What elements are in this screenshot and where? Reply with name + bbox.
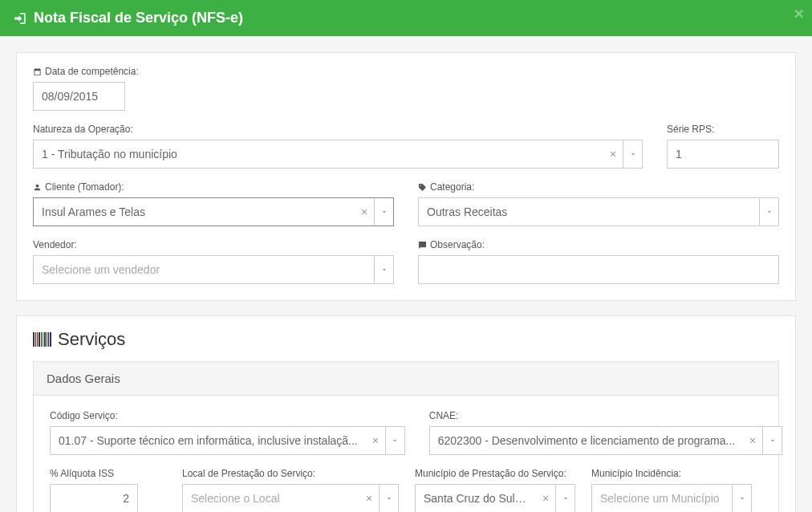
chevron-down-icon[interactable] <box>374 198 393 226</box>
field-municipio-incidencia: Município Incidência: Selecione um Munic… <box>591 468 752 512</box>
select-categoria[interactable]: Outras Receitas <box>418 197 779 226</box>
calendar-icon <box>33 67 42 76</box>
barcode-icon <box>33 332 51 347</box>
select-value: 01.07 - Suporte técnico em informática, … <box>51 434 366 447</box>
field-categoria: Categoria: Outras Receitas <box>418 181 779 226</box>
select-placeholder: Selecione o Local <box>183 492 359 505</box>
modal-header: Nota Fiscal de Serviço (NFS-e) ✕ <box>0 0 812 36</box>
select-vendedor[interactable]: Selecione um vendedor <box>33 255 394 284</box>
dados-gerais-panel: Dados Gerais Código Serviço: 01.07 - Sup… <box>33 361 779 512</box>
input-observacao[interactable] <box>418 255 779 284</box>
field-codigo-servico: Código Serviço: 01.07 - Suporte técnico … <box>50 410 405 455</box>
input-aliquota-iss[interactable] <box>50 484 138 512</box>
field-cnae: CNAE: 6202300 - Desenvolvimento e licenc… <box>429 410 782 455</box>
input-data-competencia[interactable] <box>33 82 125 111</box>
label-codigo-servico: Código Serviço: <box>50 410 405 421</box>
label-categoria: Categoria: <box>418 181 779 193</box>
field-natureza-operacao: Natureza da Operação: 1 - Tributação no … <box>33 124 643 169</box>
select-placeholder: Selecione um Município <box>592 492 732 505</box>
dados-gerais-title: Dados Gerais <box>34 362 778 396</box>
label-cliente: Cliente (Tomador): <box>33 181 394 193</box>
general-panel: Data de competência: Natureza da Operaçã… <box>16 52 796 301</box>
field-serie-rps: Série RPS: <box>667 124 779 169</box>
clear-icon[interactable]: × <box>366 434 385 447</box>
person-icon <box>33 183 42 192</box>
field-data-competencia: Data de competência: <box>33 66 139 111</box>
input-serie-rps[interactable] <box>667 140 779 169</box>
servicos-panel: Serviços Dados Gerais Código Serviço: 01… <box>16 315 796 512</box>
servicos-title: Serviços <box>33 329 779 350</box>
select-local-prestacao[interactable]: Selecione o Local × <box>182 484 399 512</box>
select-value: 6202300 - Desenvolvimento e licenciament… <box>430 434 743 447</box>
comment-icon <box>418 241 427 250</box>
clear-icon[interactable]: × <box>359 492 379 505</box>
field-aliquota-iss: % Alíquota ISS <box>50 468 166 512</box>
modal-body: Data de competência: Natureza da Operaçã… <box>0 36 812 512</box>
select-value: Santa Cruz do Sul (RS) <box>416 492 536 505</box>
select-value: Insul Arames e Telas <box>34 205 355 218</box>
label-local-prestacao: Local de Prestação do Serviço: <box>182 468 399 479</box>
select-cliente[interactable]: Insul Arames e Telas × <box>33 197 394 226</box>
select-municipio-prestacao[interactable]: Santa Cruz do Sul (RS) × <box>415 484 575 512</box>
tag-icon <box>418 183 427 192</box>
field-observacao: Observação: <box>418 239 779 284</box>
label-municipio-prestacao: Município de Prestação do Serviço: <box>415 468 575 479</box>
chevron-down-icon[interactable] <box>374 256 393 283</box>
select-placeholder: Selecione um vendedor <box>34 263 374 276</box>
label-serie-rps: Série RPS: <box>667 124 779 135</box>
field-vendedor: Vendedor: Selecione um vendedor <box>33 239 394 284</box>
field-cliente: Cliente (Tomador): Insul Arames e Telas … <box>33 181 394 226</box>
chevron-down-icon[interactable] <box>759 198 778 226</box>
chevron-down-icon[interactable] <box>623 140 642 168</box>
chevron-down-icon[interactable] <box>762 427 782 454</box>
clear-icon[interactable]: × <box>355 205 374 218</box>
arrow-right-icon <box>13 11 27 26</box>
select-cnae[interactable]: 6202300 - Desenvolvimento e licenciament… <box>429 426 782 455</box>
select-codigo-servico[interactable]: 01.07 - Suporte técnico em informática, … <box>50 426 405 455</box>
clear-icon[interactable]: × <box>603 148 623 161</box>
select-natureza-operacao[interactable]: 1 - Tributação no município × <box>33 140 643 169</box>
select-municipio-incidencia[interactable]: Selecione um Município <box>591 484 752 512</box>
label-cnae: CNAE: <box>429 410 782 421</box>
clear-icon[interactable]: × <box>743 434 762 447</box>
label-municipio-incidencia: Município Incidência: <box>591 468 752 479</box>
field-municipio-prestacao: Município de Prestação do Serviço: Santa… <box>415 468 575 512</box>
label-data-competencia: Data de competência: <box>33 66 139 77</box>
chevron-down-icon[interactable] <box>379 485 398 512</box>
chevron-down-icon[interactable] <box>732 485 751 512</box>
chevron-down-icon[interactable] <box>555 485 574 512</box>
close-button[interactable]: ✕ <box>794 6 804 22</box>
chevron-down-icon[interactable] <box>385 427 404 454</box>
label-vendedor: Vendedor: <box>33 239 394 250</box>
label-observacao: Observação: <box>418 239 779 250</box>
modal-title: Nota Fiscal de Serviço (NFS-e) <box>34 10 243 26</box>
label-aliquota-iss: % Alíquota ISS <box>50 468 166 479</box>
select-value: Outras Receitas <box>419 205 759 218</box>
clear-icon[interactable]: × <box>536 492 555 505</box>
label-natureza-operacao: Natureza da Operação: <box>33 124 643 135</box>
field-local-prestacao: Local de Prestação do Serviço: Selecione… <box>182 468 399 512</box>
select-value: 1 - Tributação no município <box>34 148 603 161</box>
